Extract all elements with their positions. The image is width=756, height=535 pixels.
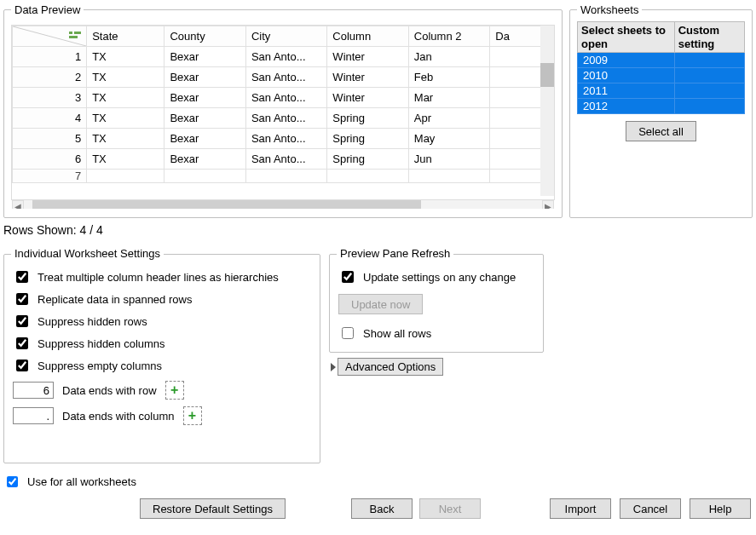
- worksheet-row[interactable]: 2010: [578, 68, 745, 83]
- grid-vertical-scrollbar[interactable]: [540, 26, 554, 196]
- suppress-empty-cols-checkbox[interactable]: [16, 360, 28, 371]
- advanced-options-label[interactable]: Advanced Options: [338, 358, 443, 376]
- cell[interactable]: TX: [87, 67, 164, 88]
- cancel-button[interactable]: Cancel: [620, 498, 681, 519]
- col-header-column2[interactable]: Column 2: [408, 26, 489, 47]
- worksheet-name[interactable]: 2011: [578, 83, 675, 99]
- cell[interactable]: May: [408, 129, 489, 149]
- cell[interactable]: San Anto...: [245, 67, 326, 88]
- treat-hierarchies-checkbox[interactable]: [16, 271, 28, 283]
- col-header-state[interactable]: State: [87, 26, 164, 47]
- use-for-all-row[interactable]: Use for all worksheets: [3, 474, 753, 490]
- data-preview-group: Data Preview: [3, 3, 563, 218]
- cell[interactable]: Apr: [408, 108, 489, 129]
- plus-icon[interactable]: +: [183, 406, 202, 425]
- use-for-all-checkbox[interactable]: [7, 476, 18, 487]
- cell[interactable]: Bexar: [164, 129, 245, 149]
- cell[interactable]: San Anto...: [245, 47, 326, 67]
- preview-pane-refresh-group: Preview Pane Refresh Update settings on …: [329, 254, 544, 353]
- cell[interactable]: Bexar: [164, 67, 245, 88]
- replicate-spanned-row[interactable]: Replicate data in spanned rows: [13, 291, 311, 308]
- cell[interactable]: Mar: [408, 88, 489, 108]
- worksheets-group: Worksheets Select sheets to open Custom …: [569, 3, 753, 218]
- back-button[interactable]: Back: [351, 498, 413, 519]
- cell[interactable]: San Anto...: [245, 108, 326, 129]
- cell[interactable]: San Anto...: [245, 88, 326, 108]
- cell[interactable]: Bexar: [164, 149, 245, 170]
- cell[interactable]: Winter: [327, 88, 408, 108]
- cell[interactable]: Bexar: [164, 47, 245, 67]
- table-row[interactable]: 6TXBexarSan Anto...SpringJun: [13, 149, 554, 170]
- cell[interactable]: Spring: [327, 108, 408, 129]
- import-button[interactable]: Import: [550, 498, 611, 519]
- worksheet-row[interactable]: 2012: [578, 99, 745, 114]
- worksheets-table[interactable]: Select sheets to open Custom setting 200…: [577, 21, 745, 114]
- cell[interactable]: San Anto...: [245, 149, 326, 170]
- chevron-right-icon: [331, 363, 336, 371]
- table-row[interactable]: 4TXBexarSan Anto...SpringApr: [13, 108, 554, 129]
- worksheet-row[interactable]: 2011: [578, 83, 745, 99]
- cell[interactable]: Winter: [327, 67, 408, 88]
- cell[interactable]: Jan: [408, 47, 489, 67]
- update-on-change-checkbox[interactable]: [342, 271, 354, 283]
- worksheets-col-custom: Custom setting: [674, 22, 744, 53]
- cell[interactable]: Feb: [408, 67, 489, 88]
- worksheet-name[interactable]: 2012: [578, 99, 675, 114]
- worksheet-row[interactable]: 2009: [578, 53, 745, 68]
- update-on-change-label: Update settings on any change: [363, 271, 516, 284]
- cell[interactable]: TX: [87, 88, 164, 108]
- cell[interactable]: TX: [87, 149, 164, 170]
- data-ends-row-input[interactable]: [13, 382, 54, 399]
- restore-defaults-button[interactable]: Restore Default Settings: [140, 498, 286, 519]
- show-all-rows-checkbox[interactable]: [342, 327, 354, 339]
- cell[interactable]: San Anto...: [245, 129, 326, 149]
- show-all-rows-row[interactable]: Show all rows: [338, 325, 534, 342]
- worksheet-name[interactable]: 2009: [578, 53, 675, 68]
- suppress-hidden-cols-row[interactable]: Suppress hidden columns: [13, 335, 311, 352]
- cell[interactable]: TX: [87, 47, 164, 67]
- suppress-hidden-rows-row[interactable]: Suppress hidden rows: [13, 313, 311, 330]
- cell[interactable]: Spring: [327, 149, 408, 170]
- table-row[interactable]: 2TXBexarSan Anto...WinterFeb: [13, 67, 554, 88]
- advanced-options-toggle[interactable]: Advanced Options: [329, 358, 544, 376]
- svg-rect-2: [74, 32, 81, 34]
- show-all-rows-label: Show all rows: [363, 327, 431, 340]
- replicate-spanned-checkbox[interactable]: [16, 293, 28, 305]
- scroll-left-icon[interactable]: ◀: [12, 200, 24, 209]
- treat-hierarchies-row[interactable]: Treat multiple column header lines as hi…: [13, 268, 311, 285]
- update-now-button: Update now: [338, 294, 423, 314]
- worksheet-custom[interactable]: [674, 83, 744, 99]
- scroll-right-icon[interactable]: ▶: [542, 200, 554, 209]
- suppress-hidden-rows-label: Suppress hidden rows: [38, 315, 147, 328]
- grid-horizontal-scrollbar[interactable]: ◀ ▶: [12, 200, 554, 209]
- suppress-hidden-rows-checkbox[interactable]: [16, 315, 28, 327]
- table-row[interactable]: 1TXBexarSan Anto...WinterJan: [13, 47, 554, 67]
- col-header-city[interactable]: City: [245, 26, 326, 47]
- table-row[interactable]: 5TXBexarSan Anto...SpringMay: [13, 129, 554, 149]
- col-header-county[interactable]: County: [164, 26, 245, 47]
- table-row[interactable]: 3TXBexarSan Anto...WinterMar: [13, 88, 554, 108]
- table-row[interactable]: 7: [13, 170, 554, 183]
- worksheet-custom[interactable]: [674, 68, 744, 83]
- update-on-change-row[interactable]: Update settings on any change: [338, 268, 534, 285]
- plus-icon[interactable]: +: [165, 381, 184, 400]
- cell[interactable]: Jun: [408, 149, 489, 170]
- worksheet-custom[interactable]: [674, 53, 744, 68]
- suppress-hidden-cols-checkbox[interactable]: [16, 337, 28, 349]
- cell[interactable]: Bexar: [164, 88, 245, 108]
- select-all-button[interactable]: Select all: [626, 121, 696, 141]
- cell[interactable]: TX: [87, 129, 164, 149]
- worksheet-name[interactable]: 2010: [578, 68, 675, 83]
- cell[interactable]: TX: [87, 108, 164, 129]
- cell[interactable]: Spring: [327, 129, 408, 149]
- cell[interactable]: Winter: [327, 47, 408, 67]
- worksheet-custom[interactable]: [674, 99, 744, 114]
- data-preview-grid[interactable]: State County City Column Column 2 Da 1TX…: [11, 25, 555, 200]
- data-ends-col-input[interactable]: [13, 407, 54, 424]
- rows-shown-label: Rows Shown: 4 / 4: [3, 223, 753, 237]
- cell[interactable]: Bexar: [164, 108, 245, 129]
- data-preview-legend: Data Preview: [11, 3, 84, 16]
- help-button[interactable]: Help: [690, 498, 751, 519]
- suppress-empty-cols-row[interactable]: Suppress empty columns: [13, 357, 311, 374]
- col-header-column[interactable]: Column: [327, 26, 408, 47]
